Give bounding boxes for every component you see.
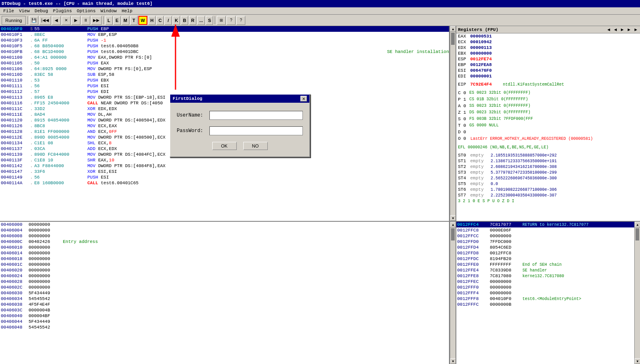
ok-button[interactable]: OK — [212, 142, 237, 150]
username-field: UserName: — [177, 111, 303, 120]
password-label: PassWord: — [177, 128, 209, 134]
password-field: PassWord: — [177, 126, 303, 135]
username-label: UserName: — [177, 113, 209, 118]
dialog-buttons: OK NO — [177, 142, 303, 150]
dialog-title-bar: FirstDialog ✕ — [170, 95, 309, 103]
dialog-overlay: FirstDialog ✕ UserName: PassWord: OK NO — [0, 0, 640, 364]
first-dialog: FirstDialog ✕ UserName: PassWord: OK NO — [169, 94, 310, 157]
dialog-close-btn[interactable]: ✕ — [300, 96, 307, 101]
dialog-title-text: FirstDialog — [173, 96, 202, 101]
dialog-body: UserName: PassWord: OK NO — [170, 103, 309, 157]
no-button[interactable]: NO — [243, 142, 268, 150]
username-input[interactable] — [209, 111, 303, 120]
annotation-arrow — [159, 16, 192, 98]
password-input[interactable] — [209, 126, 303, 135]
